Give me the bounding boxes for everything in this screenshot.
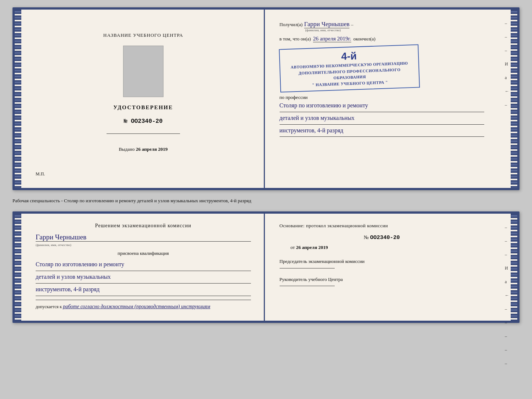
osnov-title: Основание: протокол экзаменационной коми… bbox=[280, 223, 485, 229]
director-block: Руководитель учебного Центра bbox=[280, 276, 485, 286]
allowed-line: допускается к работе согласно должностны… bbox=[36, 304, 251, 310]
certificate-number: № OO2340-20 bbox=[124, 118, 163, 125]
recipient-name: Гарри Чернышев bbox=[304, 21, 350, 28]
chairman-sig-line bbox=[280, 268, 335, 268]
bottom-right-edge-marks: – – – И а ← – – – – – bbox=[505, 225, 509, 366]
number-label: № bbox=[364, 235, 369, 240]
vtom-line: в том, что он(а) 26 апреля 2019г. окончи… bbox=[280, 36, 485, 42]
date-prefix: от bbox=[291, 245, 295, 250]
director-title: Руководитель учебного Центра bbox=[280, 276, 485, 283]
issued-date: 26 апреля 2019 bbox=[136, 146, 168, 152]
profession-line1: Столяр по изготовлению и ремонту bbox=[280, 100, 485, 112]
issued-label: Выдано bbox=[119, 146, 134, 152]
protocol-date: 26 апреля 2019 bbox=[296, 245, 328, 250]
right-edge-marks: – – – И а ← – bbox=[505, 21, 509, 108]
bottom-recipient-name: Гарри Чернышев bbox=[36, 233, 251, 242]
certificate-label: УДОСТОВЕРЕНИЕ bbox=[113, 104, 173, 111]
qual-line3: инструментов, 4-й разряд bbox=[36, 284, 251, 296]
issued-line: Выдано 26 апреля 2019 bbox=[119, 146, 168, 152]
komissia-title: Решением экзаменационной комиссии bbox=[36, 223, 251, 229]
protocol-date-block: от 26 апреля 2019 bbox=[291, 245, 485, 250]
top-document: НАЗВАНИЕ УЧЕБНОГО ЦЕНТРА УДОСТОВЕРЕНИЕ №… bbox=[12, 7, 520, 190]
qual-line1: Столяр по изготовлению и ремонту bbox=[36, 259, 251, 271]
fio-sublabel-top: (фамилия, имя, отчество) bbox=[305, 28, 485, 32]
mp-label: М.П. bbox=[28, 171, 45, 177]
profession-line2: деталей и узлов музыкальных bbox=[280, 113, 485, 125]
okончил-label: окончил(а) bbox=[353, 36, 375, 42]
qualification-text: Столяр по изготовлению и ремонту деталей… bbox=[36, 259, 251, 296]
photo-placeholder bbox=[123, 46, 163, 97]
chairman-block: Председатель экзаменационной комиссии bbox=[280, 258, 485, 268]
top-left-panel: НАЗВАНИЕ УЧЕБНОГО ЦЕНТРА УДОСТОВЕРЕНИЕ №… bbox=[15, 10, 265, 188]
allowed-text: работе согласно должностным (производств… bbox=[63, 304, 210, 309]
stamp-block: 4-й АВТОНОМНУЮ НЕКОММЕРЧЕСКУЮ ОРГАНИЗАЦИ… bbox=[279, 44, 420, 92]
profession-line3: инструментов, 4-й разряд bbox=[280, 125, 485, 137]
vtom-label: в том, что он(а) bbox=[280, 36, 311, 42]
assigned-text: присвоена квалификация bbox=[36, 250, 251, 256]
profession-label: по профессии bbox=[280, 95, 485, 100]
top-right-panel: Получил(а) Гарри Чернышев – (фамилия, им… bbox=[265, 10, 518, 188]
protocol-number: OO2340-20 bbox=[370, 235, 400, 241]
recipient-line: Получил(а) Гарри Чернышев – bbox=[280, 21, 485, 28]
qual-line2: деталей и узлов музыкальных bbox=[36, 272, 251, 284]
allowed-prefix: допускается к bbox=[36, 304, 62, 309]
profession-text: Столяр по изготовлению и ремонту деталей… bbox=[280, 100, 485, 137]
bottom-fio-sublabel: (фамилия, имя, отчество) bbox=[36, 243, 251, 247]
protocol-number-block: № OO2340-20 bbox=[280, 235, 485, 241]
chairman-title: Председатель экзаменационной комиссии bbox=[280, 258, 485, 265]
separator-text: Рабочая специальность - Столяр по изгото… bbox=[12, 198, 251, 203]
bottom-document: Решением экзаменационной комиссии Гарри … bbox=[12, 211, 520, 323]
bottom-left-panel: Решением экзаменационной комиссии Гарри … bbox=[15, 214, 265, 320]
center-title: НАЗВАНИЕ УЧЕБНОГО ЦЕНТРА bbox=[103, 32, 183, 38]
cert-date: 26 апреля 2019г. bbox=[313, 36, 351, 42]
director-sig-line bbox=[280, 286, 335, 286]
separator-label: Рабочая специальность - Столяр по изгото… bbox=[12, 196, 520, 206]
received-label: Получил(а) bbox=[280, 22, 303, 28]
bottom-right-panel: Основание: протокол экзаменационной коми… bbox=[265, 214, 518, 320]
